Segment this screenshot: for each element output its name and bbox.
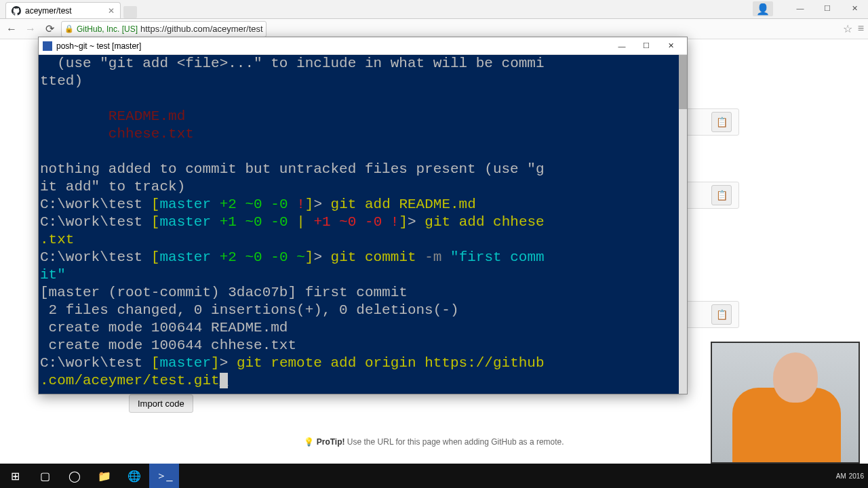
new-tab-button[interactable] xyxy=(123,6,137,18)
taskbar: ⊞ ▢ ◯ 📁 🌐 ＞_ AM 2016 xyxy=(0,464,868,488)
term-line: tted) xyxy=(40,73,83,89)
start-button[interactable]: ⊞ xyxy=(0,464,30,488)
forward-button[interactable]: → xyxy=(23,22,38,37)
lock-icon: 🔒 xyxy=(64,24,74,33)
terminal-close-button[interactable]: ✕ xyxy=(658,39,683,54)
cursor-icon: _ xyxy=(220,373,229,388)
chrome-icon[interactable]: 🌐 xyxy=(119,464,149,488)
close-tab-icon[interactable]: ✕ xyxy=(108,6,115,16)
gh-import-row: Import code xyxy=(129,394,739,413)
browser-window-controls: — ☐ ✕ xyxy=(787,0,868,16)
term-output: create mode 100644 README.md xyxy=(40,320,288,336)
terminal-maximize-button[interactable]: ☐ xyxy=(634,39,658,54)
browser-close-button[interactable]: ✕ xyxy=(841,0,868,16)
copy-button[interactable]: 📋 xyxy=(711,304,732,325)
terminal-titlebar[interactable]: posh~git ~ test [master] — ☐ ✕ xyxy=(39,37,687,55)
powershell-icon xyxy=(43,41,52,51)
term-output: [master (root-commit) 3dac07b] first com… xyxy=(40,285,408,300)
taskview-button[interactable]: ▢ xyxy=(30,464,60,488)
cortana-icon[interactable]: ◯ xyxy=(60,464,90,488)
browser-tab[interactable]: aceymer/test ✕ xyxy=(5,2,121,18)
powershell-taskbar-icon[interactable]: ＞_ xyxy=(149,464,179,488)
menu-icon[interactable]: ≡ xyxy=(858,22,864,35)
term-untracked-file: chhese.txt xyxy=(40,126,194,142)
terminal-minimize-button[interactable]: — xyxy=(610,39,634,54)
terminal-window: posh~git ~ test [master] — ☐ ✕ (use "git… xyxy=(38,37,688,394)
file-explorer-icon[interactable]: 📁 xyxy=(90,464,119,488)
browser-maximize-button[interactable]: ☐ xyxy=(814,0,841,16)
system-tray[interactable]: AM 2016 xyxy=(836,472,868,480)
browser-tab-strip: aceymer/test ✕ xyxy=(0,0,868,19)
url-text: https://github.com/aceymer/test xyxy=(140,24,263,34)
protip-label: ProTip! xyxy=(317,437,345,447)
bookmark-icon[interactable]: ☆ xyxy=(843,22,852,35)
term-command: git remote add origin https://github xyxy=(237,355,545,371)
term-untracked-file: README.md xyxy=(40,108,185,124)
copy-button[interactable]: 📋 xyxy=(711,112,732,132)
protip-text: Use the URL for this page when adding Gi… xyxy=(345,437,564,447)
github-icon xyxy=(12,6,21,16)
address-bar[interactable]: 🔒 GitHub, Inc. [US] https://github.com/a… xyxy=(61,21,267,37)
tab-title: aceymer/test xyxy=(25,6,72,16)
ssl-org-label: GitHub, Inc. [US] xyxy=(77,24,138,34)
scrollbar-thumb[interactable] xyxy=(679,55,687,109)
term-output: create mode 100644 chhese.txt xyxy=(40,338,296,353)
term-line: (use "git add <file>..." to include in w… xyxy=(40,56,545,71)
term-command: git add README.md xyxy=(331,197,476,212)
term-command: git add chhese xyxy=(425,214,544,230)
terminal-title-text: posh~git ~ test [master] xyxy=(56,41,141,51)
tray-date: 2016 xyxy=(849,472,864,480)
import-code-button[interactable]: Import code xyxy=(129,394,193,413)
term-path: C:\work\test xyxy=(40,197,151,212)
term-line: it add" to track) xyxy=(40,179,185,195)
browser-user-button[interactable]: 👤 xyxy=(753,1,773,16)
terminal-body[interactable]: (use "git add <file>..." to include in w… xyxy=(39,55,687,394)
term-line: nothing added to commit but untracked fi… xyxy=(40,161,545,177)
tray-time: AM xyxy=(836,472,846,480)
back-button[interactable]: ← xyxy=(4,22,19,37)
webcam-overlay xyxy=(711,342,860,464)
term-output: 2 files changed, 0 insertions(+), 0 dele… xyxy=(40,302,459,318)
term-command: git commit xyxy=(331,249,425,265)
terminal-scrollbar[interactable] xyxy=(679,55,687,394)
reload-button[interactable]: ⟳ xyxy=(42,22,57,37)
copy-button[interactable]: 📋 xyxy=(711,185,732,205)
browser-minimize-button[interactable]: — xyxy=(787,0,814,16)
